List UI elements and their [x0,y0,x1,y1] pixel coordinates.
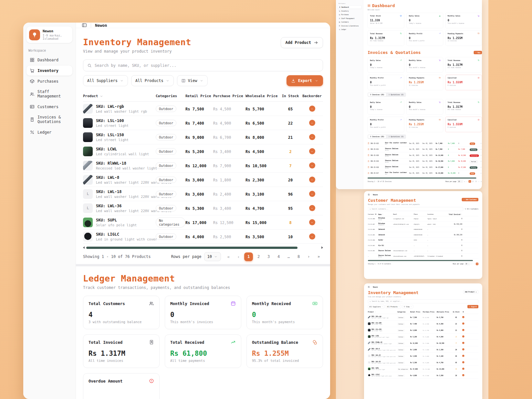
product-row[interactable]: SKU: LSL-100 Led street light Outdoor Rs… [368,321,478,327]
product-row[interactable]: SKU: LWL-8 Led wall washer light 220V wa… [83,173,323,187]
mini-sidebar-item[interactable]: Inventory [338,9,362,13]
product-row[interactable]: SKU: RlWWL-18 Recessed led wall washer l… [368,340,478,346]
product-row[interactable]: SKU: LWL-36 Led wall washer light 220V w… [368,359,478,366]
product-row[interactable]: SKU: LSL-150 Led street light Outdoor Rs… [83,130,323,144]
customer-search[interactable]: Search customers... [368,207,463,211]
customer-row[interactable]: CU-25-008 Ehtasham wwsib vsiog@vbjk.com … [368,216,478,222]
tab[interactable]: Invoices (35) [368,93,386,97]
backorder-badge[interactable] [462,322,464,325]
tab[interactable]: Quotations (5) [387,93,406,97]
invoice-row[interactable]: INV-25-021 Shazoon Shaleem Denzo Dec 05,… [368,147,482,153]
last-page-button[interactable]: » [481,181,482,182]
page-button[interactable]: 3 [475,180,477,183]
page-button[interactable]: 3 [264,252,273,261]
customer-row[interactable]: CU-25-006 Jahanzeb 03000155569 - 0 [368,227,478,232]
product-search[interactable] [83,59,323,71]
customer-row[interactable]: - Shazoon Shaleem Denzo shazoon@newon.co… [368,253,478,259]
product-row[interactable]: SKU: LSL-100 Led street light Outdoor Rs… [83,116,323,130]
invoice-row[interactable]: INV-25-017 Over the Counter customer OTC… [368,170,482,177]
products-filter[interactable]: All Products [386,305,402,309]
prev-page-button[interactable]: ‹ [472,263,473,265]
sidebar-item[interactable]: Ledger [26,127,72,137]
customers-filter[interactable]: All Customers [465,208,478,210]
backorder-badge[interactable] [309,162,315,169]
rows-per-page-select[interactable]: 10 [457,180,463,183]
customer-row[interactable]: CU-25-002 Aja ALi - - 0 [368,243,478,248]
backorder-badge[interactable] [462,316,464,318]
prev-page-button[interactable]: ‹ [234,252,243,261]
tab[interactable]: Invoices (35) [368,135,386,138]
col-name[interactable]: Name [378,213,393,215]
mini-product-search[interactable]: Search by name, SKU, or supplier... [368,300,478,303]
panel-toggle-icon[interactable] [368,194,370,196]
add-customer-button[interactable]: Add Customer [462,198,478,201]
sidebar-item[interactable]: Customers [26,102,72,112]
backorder-badge[interactable] [462,329,464,331]
invoice-row[interactable]: INV-25-022 Over the counter customer OTC… [368,140,482,147]
suppliers-filter[interactable]: All Suppliers [83,75,128,86]
mini-sidebar-item[interactable]: Staff Management [338,17,362,20]
backorder-badge[interactable] [309,148,315,154]
first-page-button[interactable]: « [224,252,233,261]
col-total-invoiced[interactable]: Total Invoiced [446,213,462,215]
sidebar-item[interactable]: Inventory [26,66,72,76]
backorder-badge[interactable] [309,120,315,126]
backorder-badge[interactable] [309,191,315,197]
row-menu-icon[interactable] [480,172,482,174]
row-menu-icon[interactable] [480,166,482,168]
sidebar-item[interactable]: Purchases [26,76,72,86]
product-row[interactable]: SKU: LIGLC Led in ground light with cove… [368,372,478,379]
product-row[interactable]: SKU: LWL-rgb Led wall washer light rgb O… [368,314,478,321]
mini-sidebar-item[interactable]: Purchases [338,13,362,16]
backorder-badge[interactable] [462,368,464,370]
product-row[interactable]: SKU: SUPL Solar ufo pole light No catego… [83,215,323,230]
panel-toggle-icon[interactable] [82,23,87,28]
col-product[interactable]: Product [368,311,397,313]
mini-sidebar-item[interactable]: Customers [338,21,362,24]
backorder-badge[interactable] [309,106,315,112]
sidebar-item[interactable]: Staff Management [26,87,72,101]
products-filter[interactable]: All Products [131,75,174,86]
next-page-button[interactable]: › [478,181,479,182]
product-row[interactable]: SKU: LCWL Led cylindrical wall light Out… [83,144,323,159]
page-button[interactable]: … [284,252,293,261]
export-button[interactable]: Export [287,75,323,86]
add-product-button[interactable]: Add Product [281,37,323,48]
backorder-badge[interactable] [309,233,315,240]
page-button[interactable]: 1 [244,252,253,261]
scroll-left-icon[interactable] [83,246,85,249]
row-menu-icon[interactable] [480,154,482,156]
product-row[interactable]: SKU: LWL-36 Led wall washer light 220V w… [83,201,323,215]
suppliers-filter[interactable]: All Suppliers [368,305,384,309]
customer-row[interactable]: CU-25-004 haider 0310 - 0 [368,238,478,243]
product-row[interactable]: SKU: LWL-18 Led wall washer light 220V w… [83,187,323,201]
customer-row[interactable]: CU-25-005 Jahanzeb 03000155569 - Rs 200,… [368,232,478,238]
mini-scrollbar[interactable] [368,178,476,179]
row-menu-icon[interactable] [480,148,482,150]
backorder-badge[interactable] [309,177,315,183]
page-button[interactable]: 1 [469,180,471,183]
product-search-input[interactable] [95,63,319,68]
page-button[interactable]: 1 [476,263,478,265]
prev-page-button[interactable]: ‹ [466,181,467,182]
invoice-row[interactable]: INV-25-018 Shazoon Shaleem Denzo Dec 05,… [368,164,482,170]
first-page-button[interactable]: « [464,181,465,182]
backorder-badge[interactable] [309,219,315,225]
mini-sidebar-item[interactable]: Ledger [338,28,362,31]
customer-row[interactable]: CU-25-001 Shazoon Shaleem shazoon2@newon… [368,248,478,254]
view-options-button[interactable]: View [402,305,413,309]
row-menu-icon[interactable] [480,142,482,144]
page-button[interactable]: 2 [472,180,474,183]
backorder-badge[interactable] [462,361,464,363]
row-menu-icon[interactable] [480,160,482,162]
product-row[interactable]: SKU: LWL-8 Led wall washer light 220V wa… [368,346,478,353]
workspace-switcher[interactable]: Newon I-9 markaz, Islamabad [26,26,72,43]
backorder-badge[interactable] [462,342,464,344]
backorder-badge[interactable] [462,348,464,351]
customer-row[interactable]: CU-25-007 Ehtesham sdfghjkl; sdfghjkl@df… [368,221,478,227]
invoice-row[interactable]: INV-25-020 Shazoon Shaleem Denzo Dec 05,… [368,152,482,159]
col-product[interactable]: Product [83,94,156,98]
page-button[interactable]: 8 [294,252,303,261]
sidebar-item[interactable]: Dashboard [26,55,72,65]
product-row[interactable]: SKU: LWL-rgb Led wall washer light rgb O… [83,102,323,116]
